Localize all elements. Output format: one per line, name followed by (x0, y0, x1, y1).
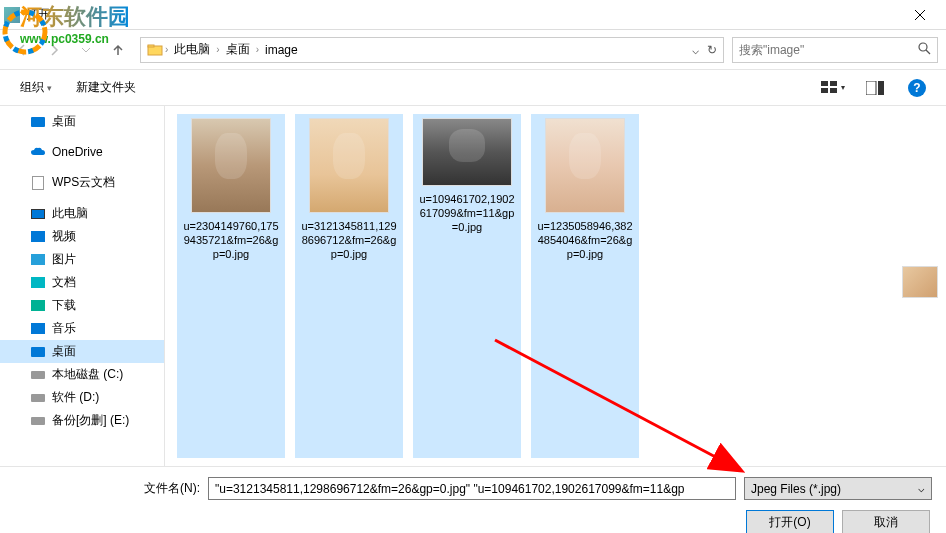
view-mode-button[interactable]: ▾ (816, 76, 850, 100)
sidebar-item-label: 软件 (D:) (52, 389, 99, 406)
svg-rect-9 (866, 81, 876, 95)
titlebar: 打开 (0, 0, 946, 30)
file-item[interactable]: u=3121345811,1298696712&fm=26&gp=0.jpg (295, 114, 403, 458)
documents-folder-icon (31, 277, 45, 288)
drive-icon (31, 394, 45, 402)
pictures-folder-icon (31, 254, 45, 265)
breadcrumb-item[interactable]: 此电脑 (170, 41, 214, 58)
open-button[interactable]: 打开(O) (746, 510, 834, 533)
sidebar-item-label: 音乐 (52, 320, 76, 337)
nav-up-button[interactable] (104, 36, 132, 64)
close-button[interactable] (898, 0, 942, 30)
svg-rect-7 (821, 88, 828, 93)
toolbar: 组织 新建文件夹 ▾ ? (0, 70, 946, 106)
nav-back-button[interactable] (8, 36, 36, 64)
file-name: u=3121345811,1298696712&fm=26&gp=0.jpg (299, 219, 399, 261)
help-button[interactable]: ? (900, 76, 934, 100)
sidebar-item-onedrive[interactable]: OneDrive (0, 141, 164, 163)
nav-recent-button[interactable] (72, 36, 100, 64)
cancel-button[interactable]: 取消 (842, 510, 930, 533)
thispc-icon (31, 209, 45, 219)
file-icon (32, 176, 44, 190)
file-item[interactable]: u=2304149760,1759435721&fm=26&gp=0.jpg (177, 114, 285, 458)
sidebar-item-label: 图片 (52, 251, 76, 268)
chevron-right-icon: › (214, 44, 221, 55)
file-thumbnail (191, 118, 271, 213)
sidebar-item-label: WPS云文档 (52, 174, 115, 191)
sidebar-item-wps[interactable]: WPS云文档 (0, 171, 164, 194)
sidebar-item-label: 此电脑 (52, 205, 88, 222)
chevron-right-icon: › (163, 44, 170, 55)
sidebar-item-label: 备份[勿删] (E:) (52, 412, 129, 429)
sidebar-item-drive-c[interactable]: 本地磁盘 (C:) (0, 363, 164, 386)
refresh-icon[interactable]: ↻ (707, 43, 717, 57)
dropdown-icon[interactable]: ⌵ (692, 43, 699, 57)
file-list: u=2304149760,1759435721&fm=26&gp=0.jpg u… (165, 106, 946, 466)
file-name: u=109461702,1902617099&fm=11&gp=0.jpg (417, 192, 517, 234)
sidebar-item-label: 视频 (52, 228, 76, 245)
file-thumbnail (309, 118, 389, 213)
search-input[interactable] (739, 43, 917, 57)
file-thumbnail (545, 118, 625, 213)
chevron-right-icon: › (254, 44, 261, 55)
nav-forward-button[interactable] (40, 36, 68, 64)
sidebar-item-label: 下载 (52, 297, 76, 314)
music-folder-icon (31, 323, 45, 334)
search-icon[interactable] (917, 41, 931, 58)
breadcrumb[interactable]: › 此电脑 › 桌面 › image ⌵ ↻ (140, 37, 724, 63)
sidebar-item-drive-e[interactable]: 备份[勿删] (E:) (0, 409, 164, 432)
svg-point-4 (919, 43, 927, 51)
sidebar-item-drive-d[interactable]: 软件 (D:) (0, 386, 164, 409)
sidebar-item-label: 文档 (52, 274, 76, 291)
window-title: 打开 (26, 6, 898, 23)
help-icon: ? (908, 79, 926, 97)
breadcrumb-item[interactable]: 桌面 (222, 41, 254, 58)
file-thumbnail (422, 118, 512, 186)
bottom-bar: 文件名(N): Jpeg Files (*.jpg) 打开(O) 取消 (0, 466, 946, 533)
sidebar-item-desktop[interactable]: 桌面 (0, 110, 164, 133)
filetype-label: Jpeg Files (*.jpg) (751, 482, 841, 496)
search-box[interactable] (732, 37, 938, 63)
sidebar-item-label: OneDrive (52, 145, 103, 159)
svg-rect-10 (878, 81, 884, 95)
desktop-icon (31, 117, 45, 127)
file-item[interactable]: u=109461702,1902617099&fm=11&gp=0.jpg (413, 114, 521, 458)
sidebar-item-music[interactable]: 音乐 (0, 317, 164, 340)
navbar: › 此电脑 › 桌面 › image ⌵ ↻ (0, 30, 946, 70)
sidebar-item-video[interactable]: 视频 (0, 225, 164, 248)
filename-label: 文件名(N): (14, 480, 200, 497)
sidebar-item-documents[interactable]: 文档 (0, 271, 164, 294)
drive-icon (31, 371, 45, 379)
filetype-select[interactable]: Jpeg Files (*.jpg) (744, 477, 932, 500)
file-name: u=2304149760,1759435721&fm=26&gp=0.jpg (181, 219, 281, 261)
sidebar-item-thispc[interactable]: 此电脑 (0, 202, 164, 225)
file-name: u=1235058946,3824854046&fm=26&gp=0.jpg (535, 219, 635, 261)
sidebar-item-label: 本地磁盘 (C:) (52, 366, 123, 383)
sidebar-item-label: 桌面 (52, 113, 76, 130)
svg-rect-8 (830, 88, 837, 93)
sidebar-item-desktop-2[interactable]: 桌面 (0, 340, 164, 363)
preview-pane-button[interactable] (858, 76, 892, 100)
breadcrumb-item[interactable]: image (261, 43, 302, 57)
file-item[interactable]: u=1235058946,3824854046&fm=26&gp=0.jpg (531, 114, 639, 458)
filename-input[interactable] (208, 477, 736, 500)
sidebar-item-pictures[interactable]: 图片 (0, 248, 164, 271)
app-icon (4, 7, 20, 23)
video-folder-icon (31, 231, 45, 242)
drive-icon (31, 417, 45, 425)
downloads-folder-icon (31, 300, 45, 311)
organize-button[interactable]: 组织 (12, 75, 60, 100)
svg-rect-5 (821, 81, 828, 86)
sidebar-item-downloads[interactable]: 下载 (0, 294, 164, 317)
folder-icon (147, 42, 163, 58)
sidebar-item-label: 桌面 (52, 343, 76, 360)
preview-thumbnail (902, 266, 938, 298)
main-area: 桌面 OneDrive WPS云文档 此电脑 视频 图片 (0, 106, 946, 466)
sidebar: 桌面 OneDrive WPS云文档 此电脑 视频 图片 (0, 106, 165, 466)
svg-rect-3 (148, 45, 154, 47)
desktop-icon (31, 347, 45, 357)
onedrive-icon (30, 144, 46, 160)
new-folder-button[interactable]: 新建文件夹 (68, 75, 144, 100)
svg-rect-6 (830, 81, 837, 86)
